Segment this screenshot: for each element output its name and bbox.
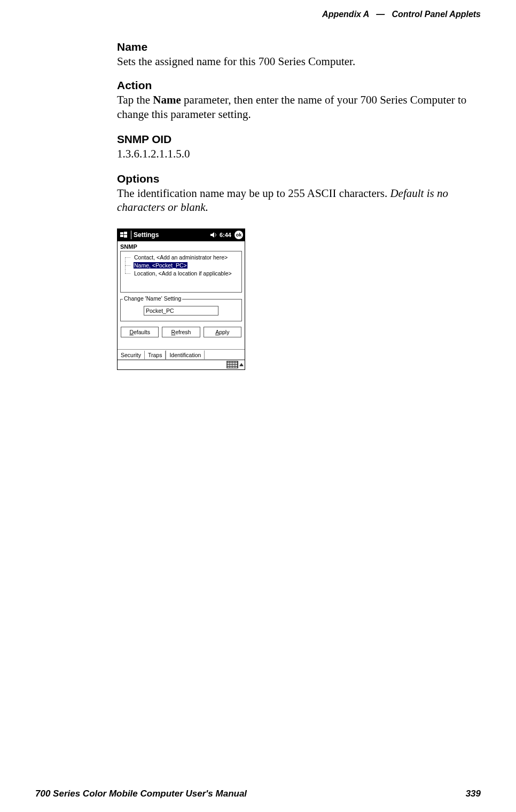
tree-label-contact: Contact, <Add an administrator here> — [134, 254, 228, 261]
device-header: Settings 6:44 ok — [118, 229, 245, 241]
svg-rect-0 — [120, 232, 123, 234]
name-input[interactable] — [144, 306, 218, 316]
tree-connector-icon — [122, 254, 131, 262]
body-snmp: 1.3.6.1.2.1.1.5.0 — [117, 147, 482, 161]
tree-label-location: Location, <Add a location if applicable> — [134, 270, 232, 277]
body-name: Sets the assigned name for this 700 Seri… — [117, 54, 482, 68]
tree-row-location[interactable]: Location, <Add a location if applicable> — [122, 270, 240, 278]
tab-security[interactable]: Security — [118, 351, 145, 359]
section-name: Name Sets the assigned name for this 700… — [117, 41, 482, 68]
tab-traps[interactable]: Traps — [145, 351, 166, 359]
svg-marker-4 — [210, 232, 214, 238]
section-options: Options The identification name may be u… — [117, 172, 482, 215]
footer-page: 339 — [466, 789, 481, 799]
action-pre: Tap the — [117, 93, 153, 106]
tree-connector-icon — [122, 270, 131, 278]
device-title: Settings — [134, 231, 159, 239]
content-area: Name Sets the assigned name for this 700… — [117, 41, 482, 370]
tab-identification[interactable]: Identification — [166, 350, 205, 360]
header-separator: — — [376, 10, 385, 19]
tree-label-name: Name, <Pocket_PC> — [134, 262, 187, 269]
tree-view[interactable]: Contact, <Add an administrator here> Nam… — [120, 251, 242, 293]
tree-row-contact[interactable]: Contact, <Add an administrator here> — [122, 254, 240, 262]
footer-manual: 700 Series Color Mobile Computer User's … — [35, 789, 247, 799]
defaults-button[interactable]: Defaults — [121, 327, 159, 337]
page-footer: 700 Series Color Mobile Computer User's … — [35, 789, 481, 799]
heading-snmp: SNMP OID — [117, 133, 482, 146]
clock: 6:44 — [220, 232, 231, 238]
header-divider — [131, 231, 131, 239]
start-icon[interactable] — [119, 230, 129, 240]
body-options: The identification name may be up to 255… — [117, 186, 482, 215]
svg-rect-1 — [124, 232, 127, 234]
section-snmp: SNMP OID 1.3.6.1.2.1.1.5.0 — [117, 133, 482, 161]
tree-row-name[interactable]: Name, <Pocket_PC> — [122, 262, 240, 270]
apply-rest: pply — [219, 329, 229, 335]
refresh-rest: efresh — [175, 329, 191, 335]
refresh-button[interactable]: Refresh — [162, 327, 200, 337]
button-row: Defaults Refresh Apply — [121, 327, 241, 337]
sip-bar — [118, 360, 245, 369]
header-appendix: Appendix A — [322, 10, 369, 19]
tab-row: Security Traps Identification — [118, 349, 245, 360]
svg-rect-3 — [124, 235, 127, 238]
action-bold: Name — [153, 93, 181, 106]
body-action: Tap the Name parameter, then enter the n… — [117, 93, 482, 121]
heading-name: Name — [117, 41, 482, 53]
change-name-fieldset: Change 'Name' Setting — [120, 299, 242, 321]
device-screenshot: Settings 6:44 ok SNMP Contact, <Add an a… — [117, 228, 245, 370]
svg-rect-2 — [120, 235, 123, 237]
heading-options: Options — [117, 172, 482, 185]
header-title: Control Panel Applets — [392, 10, 481, 19]
applet-title: SNMP — [118, 241, 245, 251]
defaults-rest: efaults — [134, 329, 150, 335]
sip-arrow-icon[interactable] — [239, 363, 244, 366]
page-header: Appendix A — Control Panel Applets — [322, 10, 481, 19]
tree-connector-icon — [122, 262, 131, 270]
fieldset-legend: Change 'Name' Setting — [123, 295, 182, 302]
heading-action: Action — [117, 79, 482, 92]
ok-button[interactable]: ok — [234, 231, 243, 239]
volume-icon[interactable] — [210, 231, 217, 239]
section-action: Action Tap the Name parameter, then ente… — [117, 79, 482, 121]
apply-button[interactable]: Apply — [204, 327, 241, 337]
options-pre: The identification name may be up to 255… — [117, 187, 390, 200]
defaults-mnemonic: D — [129, 329, 134, 335]
keyboard-icon[interactable] — [226, 361, 238, 368]
